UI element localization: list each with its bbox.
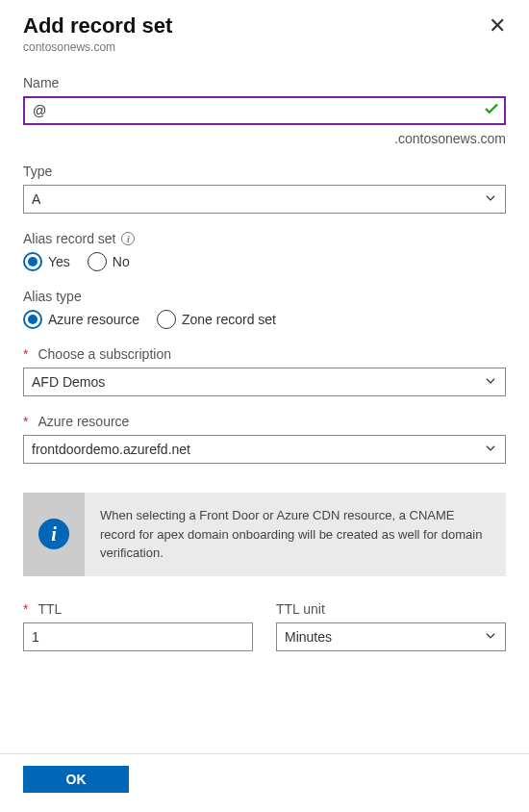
azure-resource-value: frontdoordemo.azurefd.net	[32, 442, 190, 457]
subscription-value: AFD Demos	[32, 374, 105, 390]
info-circle-icon: i	[38, 519, 69, 549]
alias-type-azure-label: Azure resource	[48, 312, 139, 327]
subscription-select[interactable]: AFD Demos	[23, 368, 506, 396]
alias-yes-label: Yes	[48, 254, 70, 269]
chevron-down-icon	[484, 628, 497, 645]
name-input[interactable]	[23, 96, 506, 125]
alias-type-zone-label: Zone record set	[182, 312, 276, 327]
alias-type-azure-radio[interactable]: Azure resource	[23, 310, 139, 329]
type-value: A	[32, 191, 40, 207]
ttl-unit-label: TTL unit	[276, 601, 506, 617]
type-label: Type	[23, 164, 506, 179]
ttl-unit-select[interactable]: Minutes	[276, 622, 506, 651]
alias-no-radio[interactable]: No	[88, 252, 130, 271]
alias-record-set-label: Alias record set i	[23, 231, 506, 246]
alias-type-label: Alias type	[23, 289, 506, 304]
azure-resource-label: *Azure resource	[23, 414, 506, 429]
info-banner: i When selecting a Front Door or Azure C…	[23, 493, 506, 576]
chevron-down-icon	[484, 191, 497, 208]
alias-yes-radio[interactable]: Yes	[23, 252, 70, 271]
name-label: Name	[23, 75, 506, 90]
close-icon[interactable]: ✕	[489, 13, 506, 37]
type-select[interactable]: A	[23, 185, 506, 214]
chevron-down-icon	[484, 442, 497, 458]
chevron-down-icon	[484, 374, 497, 391]
subscription-label: *Choose a subscription	[23, 346, 506, 362]
ttl-unit-value: Minutes	[285, 629, 332, 645]
ttl-input[interactable]	[23, 622, 253, 651]
info-banner-text: When selecting a Front Door or Azure CDN…	[85, 493, 506, 576]
domain-suffix: .contosonews.com	[23, 131, 506, 146]
info-icon[interactable]: i	[121, 232, 135, 245]
page-subtitle: contosonews.com	[23, 40, 172, 54]
alias-type-zone-radio[interactable]: Zone record set	[157, 310, 276, 329]
valid-check-icon	[483, 100, 500, 121]
alias-no-label: No	[113, 254, 130, 269]
ok-button[interactable]: OK	[23, 766, 129, 793]
azure-resource-select[interactable]: frontdoordemo.azurefd.net	[23, 435, 506, 464]
ttl-label: *TTL	[23, 601, 253, 617]
page-title: Add record set	[23, 13, 172, 38]
